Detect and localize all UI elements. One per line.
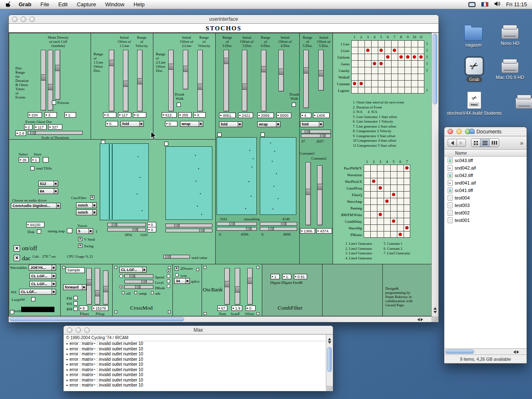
number-box-line2-range[interactable]: 612. [162, 112, 177, 118]
back-button[interactable] [448, 139, 457, 147]
list-item[interactable]: test002 [444, 209, 527, 217]
crossmod-left-radio-2[interactable] [119, 285, 123, 289]
oscbank-slider-1[interactable] [224, 268, 230, 305]
dist4-drunkwalk-checkbox[interactable] [292, 103, 296, 107]
menu-file[interactable]: File [36, 0, 54, 9]
speed-slider[interactable] [124, 274, 153, 278]
display-icon[interactable] [468, 2, 475, 7]
toolbar-overflow-chevron[interactable]: » [520, 140, 523, 146]
matrix-dot[interactable] [366, 49, 369, 52]
matrix-dot[interactable] [392, 193, 395, 196]
name-column-header[interactable]: Name [444, 150, 527, 157]
matrix-dot[interactable] [399, 55, 403, 59]
sync-radio[interactable] [175, 273, 179, 277]
number-box-line1-velocity[interactable]: 0. [133, 112, 146, 118]
number-box-samplerate[interactable]: 44100 [26, 222, 44, 227]
swing-checkbox[interactable] [78, 244, 82, 248]
desktop-icon-grab[interactable]: ✂Grab [465, 57, 484, 82]
close-button[interactable] [67, 328, 72, 333]
line1-range-slider[interactable] [109, 50, 114, 111]
constant2-slider[interactable] [317, 165, 323, 225]
max-titlebar[interactable]: Max [64, 326, 333, 335]
number-box-events2[interactable]: 117 [34, 124, 47, 130]
number-box-store[interactable]: 1 [31, 157, 39, 163]
oscbank-slider-2[interactable] [235, 268, 240, 305]
duration-scale-slider[interactable] [28, 131, 83, 135]
ws-checkbox[interactable] [74, 301, 78, 305]
matrix-dot[interactable] [360, 82, 363, 85]
matrix-dot[interactable] [405, 166, 409, 170]
line2-drunkwalk-checkbox[interactable] [177, 103, 181, 107]
number-box-events1[interactable]: 2 [24, 124, 32, 130]
fm-checkbox[interactable] [74, 296, 78, 300]
number-box-line2-offset[interactable]: 255 [178, 112, 192, 118]
matrix-dot[interactable] [385, 200, 389, 203]
level-slider[interactable] [124, 280, 153, 283]
number-box-constant1[interactable]: 1366. [300, 228, 315, 234]
livein-meter[interactable] [21, 307, 54, 312]
cascfilter-checkbox[interactable] [90, 195, 94, 200]
matrix-dot[interactable] [406, 55, 409, 59]
display2-hslider-2[interactable] [165, 229, 212, 232]
line1-velocity-slider[interactable] [137, 50, 143, 111]
dist4-wrap-menu[interactable]: wrap [257, 121, 281, 127]
2dwave-checkbox[interactable] [175, 266, 179, 271]
line1-offset-slider[interactable] [123, 50, 128, 111]
number-box-scanf[interactable]: 1.9 [232, 305, 242, 311]
lambda-slider-1[interactable] [41, 50, 46, 111]
dist5-offset-slider[interactable] [318, 50, 324, 91]
number-box-dist4-range[interactable]: 2069. [257, 113, 274, 118]
crossmod-radio-1[interactable] [167, 269, 170, 273]
number-box-line1-extra[interactable]: 0. [106, 121, 118, 126]
menubar-clock[interactable]: Fri 11:15 [506, 1, 527, 7]
constant1-slider[interactable] [305, 162, 311, 225]
wavetable-menu-3[interactable]: CL LGF... [30, 281, 56, 287]
wavetable-menu-1[interactable]: JOEYK... [29, 265, 56, 271]
dist4-display-checkbox[interactable] [261, 133, 265, 137]
preset-box[interactable] [43, 157, 49, 163]
read-tifile-checkbox[interactable] [30, 166, 34, 170]
crossmod-radio-4[interactable] [167, 284, 170, 288]
samp-node[interactable] [134, 291, 137, 294]
matrix-dot[interactable] [405, 226, 409, 229]
number-box-pstart[interactable]: 8 [79, 305, 88, 311]
dist4-range-hslider[interactable] [260, 222, 297, 226]
zoom-button[interactable] [30, 17, 35, 22]
display2-hslider-1[interactable] [165, 224, 212, 227]
crossmod-radio-3[interactable] [167, 279, 170, 283]
matrix-dot[interactable] [379, 213, 382, 216]
imode-slider[interactable] [124, 285, 153, 289]
line2-wrap-menu[interactable]: wrap [180, 121, 203, 127]
loopsw-checkbox[interactable] [31, 297, 35, 301]
minimize-button[interactable] [21, 17, 26, 22]
dist3-graph-display[interactable] [217, 137, 257, 215]
poisson-checkbox[interactable] [52, 101, 56, 105]
matrix-dot[interactable] [372, 180, 375, 183]
dist5-hslider-2[interactable] [301, 134, 331, 138]
lambda-slider-3[interactable] [55, 50, 60, 100]
desktop-icon-stochosv4x-build-students[interactable]: ✂maxcstochosV4X-build Students [465, 91, 484, 116]
desktop-icon-disk[interactable] [515, 92, 532, 109]
crossmod-menu[interactable]: CL LGF... [119, 267, 147, 273]
matrix-dot[interactable] [392, 219, 395, 223]
rm-checkbox[interactable] [74, 307, 78, 311]
ws-wavetable-menu[interactable]: CL LGF... [19, 289, 56, 295]
livein-checkbox[interactable] [10, 310, 14, 314]
tuning-map-box[interactable] [67, 228, 72, 233]
number-box-line2-velocity[interactable]: 4. [193, 112, 206, 118]
seed-slider[interactable] [163, 255, 190, 259]
onoff-toggle[interactable] [14, 245, 20, 251]
dist3-range-hslider2[interactable] [217, 227, 257, 231]
number-box-dist5-offset[interactable]: 1406 [313, 113, 330, 118]
line-graph-display-2[interactable] [165, 146, 212, 220]
routing-matrix-2[interactable] [364, 165, 410, 238]
number-box-digain1[interactable]: 1. [271, 274, 280, 279]
number-box-dist3-range[interactable]: 4061. [219, 113, 236, 118]
dac-toggle[interactable] [14, 255, 20, 261]
number-box-density2[interactable]: 3. [44, 112, 57, 118]
sample-slider-3[interactable] [103, 271, 108, 305]
vsteal-checkbox[interactable] [78, 237, 82, 241]
off-node[interactable] [122, 291, 125, 294]
display2-checkbox[interactable] [164, 142, 168, 146]
list-item[interactable]: test003 [444, 202, 527, 209]
